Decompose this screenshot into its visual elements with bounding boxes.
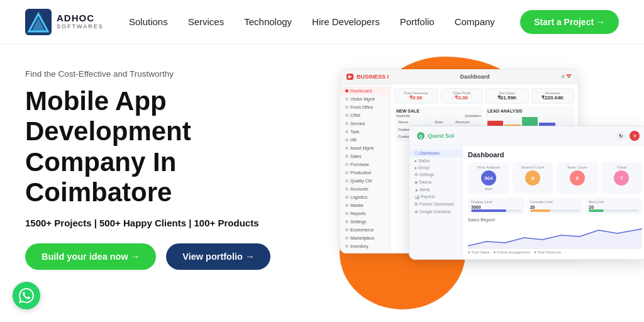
nav-technology[interactable]: Technology <box>244 16 292 27</box>
whatsapp-button[interactable] <box>13 282 40 309</box>
hero-cta-group: Build your idea now → View portfolio → <box>25 243 327 270</box>
nav-company[interactable]: Company <box>455 16 495 27</box>
card-front-brand: Q Quest Sol <box>417 132 454 140</box>
svg-marker-3 <box>468 229 642 249</box>
hero-heading: Mobile App Development Company In Coimba… <box>25 86 327 208</box>
start-project-button[interactable]: Start a Project → <box>520 10 619 34</box>
refresh-icon: ↻ <box>616 131 626 141</box>
nav-solutions[interactable]: Solutions <box>129 16 168 27</box>
sales-chart <box>468 224 642 249</box>
logo-sub: SOFTWARES <box>57 24 104 30</box>
logo-icon <box>25 9 52 35</box>
main-nav: Solutions Services Technology Hire Devel… <box>129 16 495 27</box>
card-back-brand: ▶ BUSINESS I <box>347 74 389 80</box>
card-back-sidebar: Dashboard Visitor Mgmt Front Office CRM … <box>340 84 391 253</box>
hero-tagline: Find the Cost-Effective and Trustworthy <box>25 69 327 79</box>
front-metrics-row: Time Analysis 364 days Branch Count 8 Te… <box>468 162 642 194</box>
nav-portfolio[interactable]: Portfolio <box>400 16 435 27</box>
nav-hire-developers[interactable]: Hire Developers <box>312 16 380 27</box>
whatsapp-icon <box>19 288 34 303</box>
hero-left: Find the Cost-Effective and Trustworthy … <box>25 63 327 270</box>
logo[interactable]: ADHOC SOFTWARES <box>25 9 104 35</box>
front-header-icons: ↻ ✕ <box>616 131 640 141</box>
hero-right: ▶ BUSINESS I Dashboard ⚙ 📅 Dashboard Vis… <box>327 63 619 322</box>
dashboard-card-front: Q Quest Sol ↻ ✕ ⬡ Dashboard ● Status ● G… <box>409 126 644 260</box>
view-portfolio-button[interactable]: View portfolio → <box>166 243 270 270</box>
nav-services[interactable]: Services <box>188 16 225 27</box>
card-front-sidebar: ⬡ Dashboard ● Status ● Group ⚙ Settings … <box>409 146 463 259</box>
build-idea-button[interactable]: Build your idea now → <box>25 243 156 270</box>
close-icon: ✕ <box>630 131 640 141</box>
logo-name: ADHOC <box>57 13 104 24</box>
front-progress-section: Display Limit 3000 Console Limit 20 <box>468 197 642 214</box>
hero-stats: 1500+ Projects | 500+ Happy Clients | 10… <box>25 218 327 228</box>
